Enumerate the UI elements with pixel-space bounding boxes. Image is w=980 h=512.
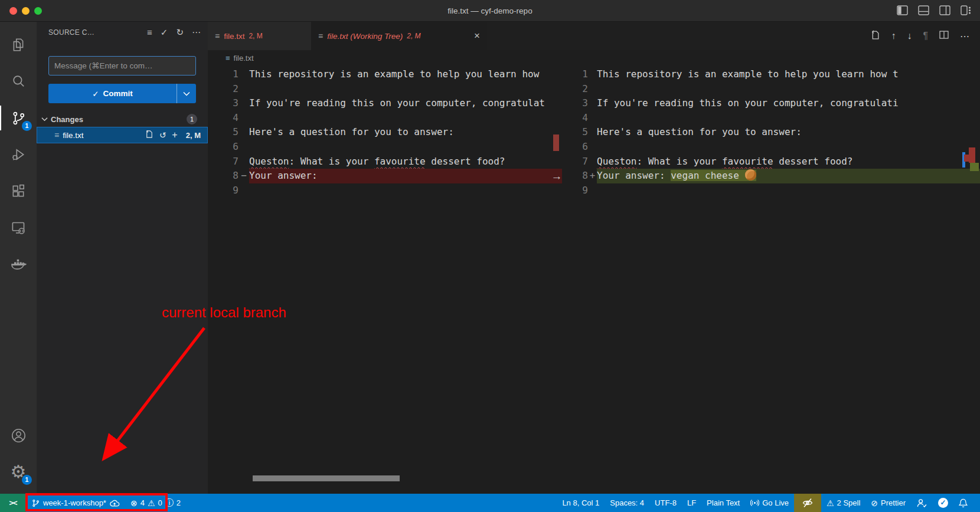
prettier-icon: ⊘ xyxy=(871,498,878,508)
line-number: 9 xyxy=(208,183,239,198)
refresh-icon[interactable]: ↻ xyxy=(176,27,184,38)
commit-button-label: Commit xyxy=(103,89,133,98)
tab-label: file.txt (Working Tree) xyxy=(327,32,403,41)
feedback-button[interactable] xyxy=(911,494,933,512)
status-check-button[interactable]: ✓ xyxy=(933,494,953,512)
line-number: 2 xyxy=(208,82,239,97)
warning-icon: ⚠ xyxy=(827,498,834,508)
publish-cloud-icon xyxy=(109,499,120,507)
spell-checker-status[interactable]: ⚠ 2 Spell xyxy=(821,494,865,512)
line-number: 9 xyxy=(567,183,588,198)
revert-change-arrow-icon[interactable]: → xyxy=(548,169,566,183)
tab-file-txt[interactable]: ≡ file.txt 2, M xyxy=(208,22,311,50)
more-actions-icon[interactable]: ⋯ xyxy=(960,31,969,42)
line-number: 4 xyxy=(567,111,588,126)
problems-indicator[interactable]: ⊗ 4 ⚠ 0 ⓘ 2 xyxy=(125,494,186,512)
tab-file-txt-working-tree[interactable]: ≡ file.txt (Working Tree) 2, M × xyxy=(311,22,487,50)
source-control-icon[interactable]: 1 xyxy=(0,100,37,136)
line-number: 8 xyxy=(567,169,588,183)
notifications-button[interactable] xyxy=(953,494,973,512)
title-bar: file.txt — cyf-demo-repo xyxy=(0,0,980,22)
line-number: 6 xyxy=(567,140,588,155)
code-line: If you're reading this on your computer,… xyxy=(249,97,545,109)
eol-sequence[interactable]: LF xyxy=(682,494,701,512)
toggle-panel-icon[interactable] xyxy=(918,5,929,15)
horizontal-scrollbar[interactable] xyxy=(253,475,400,481)
customize-layout-icon[interactable] xyxy=(961,5,972,15)
toggle-sidebar-icon[interactable] xyxy=(897,5,908,15)
split-editor-icon[interactable] xyxy=(939,30,949,42)
prettier-status[interactable]: ⊘ Prettier xyxy=(865,494,911,512)
code-line: Here's a question for you to answer: xyxy=(249,126,454,137)
tab-status-badge: 2, M xyxy=(249,32,262,40)
remote-explorer-icon[interactable] xyxy=(0,209,37,246)
breadcrumb[interactable]: ≡ file.txt xyxy=(208,50,980,66)
render-whitespace-icon[interactable]: ¶ xyxy=(923,31,928,41)
toggle-secondary-sidebar-icon[interactable] xyxy=(939,5,950,15)
view-options-icon[interactable]: ≡ xyxy=(147,27,152,38)
open-file-icon[interactable] xyxy=(145,130,153,140)
close-tab-icon[interactable]: × xyxy=(474,30,480,42)
settings-gear-icon[interactable]: ⚙ 1 xyxy=(0,454,37,490)
indentation[interactable]: Spaces: 4 xyxy=(605,494,649,512)
file-icon: ≡ xyxy=(318,31,323,41)
sidebar-title: SOURCE C… xyxy=(48,28,94,37)
open-changes-icon[interactable] xyxy=(870,30,880,42)
changes-section-header[interactable]: Changes 1 xyxy=(37,111,208,127)
bell-icon xyxy=(959,498,968,508)
commit-action-icon[interactable]: ✓ xyxy=(161,27,168,38)
diff-editor[interactable]: 1This repository is an example to help y… xyxy=(208,66,980,494)
commit-dropdown-button[interactable] xyxy=(177,84,196,103)
warnings-icon: ⚠ xyxy=(148,498,155,508)
extensions-icon[interactable] xyxy=(0,173,37,209)
code-line: This repository is an example to help yo… xyxy=(249,68,545,80)
line-number: 3 xyxy=(208,96,239,111)
scm-badge: 1 xyxy=(22,121,32,131)
cursor-position[interactable]: Ln 8, Col 1 xyxy=(557,494,605,512)
warnings-count: 0 xyxy=(158,498,162,507)
added-line-marker: + xyxy=(588,169,597,183)
tabs-bar: ≡ file.txt 2, M ≡ file.txt (Working Tree… xyxy=(208,22,980,50)
changes-count-badge: 1 xyxy=(187,114,197,124)
explorer-icon[interactable] xyxy=(0,27,37,63)
run-debug-icon[interactable] xyxy=(0,136,37,173)
line-number: 5 xyxy=(567,125,588,140)
discard-changes-icon[interactable]: ↺ xyxy=(159,130,166,140)
line-number: 8 xyxy=(208,169,239,183)
changed-file-row[interactable]: ≡ file.txt ↺ + 2, M xyxy=(37,127,208,143)
line-number: 2 xyxy=(567,82,588,97)
go-live-button[interactable]: Go Live xyxy=(745,494,794,512)
line-number: 1 xyxy=(208,67,239,82)
next-change-icon[interactable]: ↓ xyxy=(907,31,912,41)
search-icon[interactable] xyxy=(0,63,37,100)
infos-icon: ⓘ xyxy=(165,498,174,508)
file-icon: ≡ xyxy=(54,130,59,140)
commit-message-input[interactable] xyxy=(48,56,196,76)
infos-count: 2 xyxy=(177,498,181,507)
watcher-off-button[interactable] xyxy=(794,494,821,512)
stage-changes-icon[interactable]: + xyxy=(172,130,177,140)
diff-original-pane[interactable]: 1This repository is an example to help y… xyxy=(208,66,562,494)
line-number: 4 xyxy=(208,111,239,126)
code-line: Queston: What is your favourite dessert … xyxy=(597,156,853,167)
diff-modified-pane[interactable]: 1This repository is an example to help y… xyxy=(567,66,980,494)
encoding[interactable]: UTF-8 xyxy=(649,494,682,512)
tab-label: file.txt xyxy=(224,32,244,41)
source-control-sidebar: SOURCE C… ≡ ✓ ↻ ⋯ ✓ Commit Changes 1 ≡ xyxy=(37,22,208,494)
branch-indicator[interactable]: week-1-workshop* xyxy=(26,494,125,512)
line-number: 1 xyxy=(567,67,588,82)
diff-sash[interactable] xyxy=(562,66,567,494)
accounts-icon[interactable] xyxy=(0,417,37,454)
docker-icon[interactable] xyxy=(0,246,37,283)
previous-change-icon[interactable]: ↑ xyxy=(891,31,896,41)
errors-count: 4 xyxy=(141,498,145,507)
language-mode[interactable]: Plain Text xyxy=(701,494,745,512)
overview-ruler-removed-mark xyxy=(553,134,559,151)
overview-ruler-removed-mark xyxy=(964,155,970,162)
more-actions-icon[interactable]: ⋯ xyxy=(192,27,201,38)
overview-ruler-added-mark xyxy=(970,163,979,171)
errors-icon: ⊗ xyxy=(130,498,138,508)
commit-button[interactable]: ✓ Commit xyxy=(48,84,196,103)
broadcast-icon xyxy=(750,498,759,507)
remote-indicator[interactable]: >< xyxy=(0,494,26,512)
